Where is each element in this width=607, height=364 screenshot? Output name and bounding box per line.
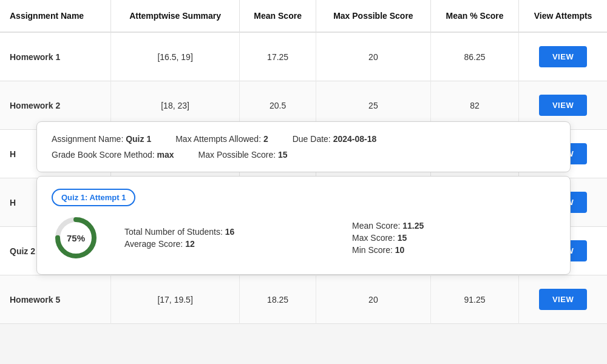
- cell-summary: [16.5, 19]: [110, 32, 240, 81]
- max-score-stat: Max Score: 15: [352, 233, 555, 243]
- attempt-top: Quiz 1: Attempt 1: [52, 189, 555, 206]
- view-button[interactable]: VIEW: [539, 46, 587, 67]
- cell-percent: 86.25: [431, 32, 519, 81]
- mean-score-stat: Mean Score: 11.25: [352, 221, 555, 231]
- cell-mean: 18.25: [240, 275, 316, 324]
- cell-mean: 17.25: [240, 32, 316, 81]
- attempt-inner: Quiz 1: Attempt 1 75% Total Number of St…: [52, 189, 555, 262]
- cell-view[interactable]: VIEW: [519, 275, 607, 324]
- cell-max: 20: [316, 32, 430, 81]
- col-header-max: Max Possible Score: [316, 0, 430, 32]
- right-stats: Mean Score: 11.25 Max Score: 15 Min Scor…: [352, 221, 555, 255]
- table-row: Homework 1 [16.5, 19] 17.25 20 86.25 VIE…: [0, 32, 607, 81]
- col-header-name: Assignment Name: [0, 0, 110, 32]
- max-attempts-info: Max Attempts Allowed: 2: [175, 134, 268, 144]
- due-date-info: Due Date: 2024-08-18: [293, 134, 377, 144]
- attempt-badge: Quiz 1: Attempt 1: [52, 189, 135, 206]
- average-score-stat: Average Score: 12: [124, 239, 328, 249]
- col-header-percent: Mean % Score: [431, 0, 519, 32]
- table-row: Homework 5 [17, 19.5] 18.25 20 91.25 VIE…: [0, 275, 607, 324]
- donut-chart: 75%: [52, 214, 100, 262]
- col-header-view: View Attempts: [519, 0, 607, 32]
- cell-name: Homework 5: [0, 275, 110, 324]
- assignment-name-info: Assignment Name: Quiz 1: [52, 134, 151, 144]
- donut-percent-label: 75%: [67, 233, 85, 243]
- view-button[interactable]: VIEW: [539, 289, 587, 310]
- col-header-summary: Attemptwise Summary: [110, 0, 240, 32]
- mid-stats: Total Number of Students: 16 Average Sco…: [124, 227, 328, 249]
- cell-max: 20: [316, 275, 430, 324]
- grade-book-info: Grade Book Score Method: max: [52, 150, 174, 160]
- cell-percent: 91.25: [431, 275, 519, 324]
- cell-view[interactable]: VIEW: [519, 32, 607, 81]
- quiz-info-card: Assignment Name: Quiz 1 Max Attempts All…: [36, 121, 571, 172]
- min-score-stat: Min Score: 10: [352, 245, 555, 255]
- popup-overlay: Assignment Name: Quiz 1 Max Attempts All…: [36, 121, 571, 275]
- attempt-body: 75% Total Number of Students: 16 Average…: [52, 214, 555, 262]
- cell-name: Homework 1: [0, 32, 110, 81]
- view-button[interactable]: VIEW: [539, 95, 587, 116]
- cell-summary: [17, 19.5]: [110, 275, 240, 324]
- max-possible-info: Max Possible Score: 15: [198, 150, 288, 160]
- total-students-stat: Total Number of Students: 16: [124, 227, 328, 237]
- attempt-card: Quiz 1: Attempt 1 75% Total Number of St…: [36, 176, 571, 275]
- col-header-mean: Mean Score: [240, 0, 316, 32]
